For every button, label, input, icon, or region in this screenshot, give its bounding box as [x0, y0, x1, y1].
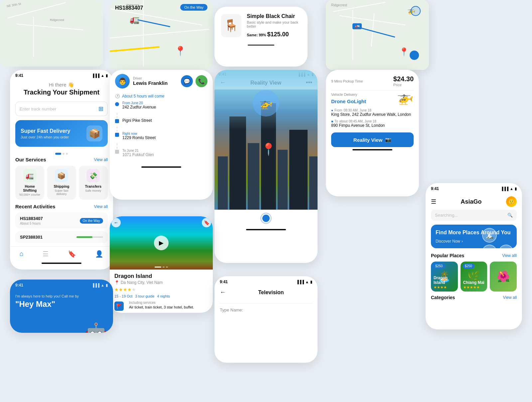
signal-icon: ▐▐▐	[92, 74, 99, 78]
island-screen: ← 🔖 ▶ Dragon Island 📍 Da Nang City, Viet…	[110, 216, 213, 313]
route-addr-from: 242 Zudfur Avenue	[122, 105, 156, 109]
building-3	[248, 143, 259, 210]
nav-home-icon[interactable]: ⌂	[20, 250, 24, 258]
tv-icons: ▐▐▐ ▲ ▮	[296, 280, 312, 284]
categories-view-all[interactable]: View all	[503, 295, 517, 300]
reality-screen: 9:41 ▐▐▐ ▲ ▮ ← Reality View •••	[214, 70, 318, 263]
activity-hs[interactable]: HS1883407 About 5 hours On the Way	[15, 213, 108, 229]
nav-profile-icon[interactable]: 👤	[95, 250, 103, 258]
route-now-label: Right now	[122, 132, 156, 135]
home-shifting-icon: 🚛	[23, 169, 37, 182]
activity-sp[interactable]: SP2388301	[15, 231, 108, 243]
services-section: Our Services View all 🚛 Home Shifting 50…	[10, 157, 113, 200]
dot-active	[55, 153, 61, 155]
dragon-price: $250	[433, 264, 445, 269]
reality-view-btn[interactable]: Reality View 📷	[331, 132, 414, 147]
map-street-label: Ridgecrest	[126, 3, 139, 6]
chiang-mai-name: Chiang Mai	[463, 280, 484, 285]
delivery-screen: 9 Mins Pickup Time $24.30 Price Vehicle …	[326, 70, 419, 196]
product-screen: 🪑 Simple Black Chair Basic style and mak…	[214, 7, 308, 67]
user-avatar[interactable]: 🙂	[506, 196, 517, 207]
recent-view-all[interactable]: View all	[94, 204, 108, 209]
place-dragon-island[interactable]: 🏝️ $250 Dragon Island ★★★★	[431, 262, 458, 292]
route-line	[356, 26, 395, 38]
hey-max-screen: 9:41 ▐▐▐ ▲ ▮ I'm always here to help you…	[10, 280, 113, 333]
tag-guide: 3 tour guide	[135, 294, 154, 298]
place-chiang-mai[interactable]: 🌿 $250 Chiang Mai ★★★★★	[461, 262, 487, 292]
tv-back-btn[interactable]: ←	[220, 289, 226, 296]
services-view-all[interactable]: View all	[94, 157, 108, 162]
arrow-icon: ›	[462, 239, 463, 244]
track-search-bar[interactable]: Enter track number ⊞	[15, 101, 108, 116]
tv-signal: ▐▐▐	[296, 280, 304, 284]
product-name: Simple Black Chair	[247, 13, 301, 19]
tracking-screen: 9:41 ▐▐▐ ▲ ▮ Hi there 👋 Tracking Your Sh…	[10, 70, 113, 270]
reality-bottom	[214, 210, 318, 227]
activity-time-1: About 5 hours	[20, 222, 43, 225]
qr-icon: ⊞	[98, 105, 103, 112]
product-indicator	[248, 45, 274, 46]
route-dashed-3	[117, 143, 207, 149]
route-dot-to	[115, 150, 119, 154]
route-dashed-2	[117, 126, 207, 132]
tv-type-label: Type Name:	[220, 307, 312, 312]
bubble-row: 🏝️ 🌆	[482, 245, 513, 248]
driver-label: Driver	[133, 77, 168, 80]
categories-header: Categories View all	[426, 292, 522, 300]
including-label: Including services	[129, 301, 194, 304]
island-bookmark-btn[interactable]: 🔖	[202, 218, 211, 227]
island-info: Dragon Island 📍 Da Nang City, Viet Nam ★…	[110, 270, 213, 313]
reality-dot	[261, 214, 271, 223]
drone-image: 🚁	[397, 90, 414, 105]
greeting-text: Hi there 👋	[10, 82, 113, 88]
delivery-top-row: 9 Mins Pickup Time $24.30 Price	[331, 75, 414, 87]
services-title: Our Services	[15, 157, 46, 162]
popular-view-all[interactable]: View alll	[502, 253, 517, 258]
map-label-1: NE 30th St	[6, 2, 21, 8]
delivery-home-indicator	[352, 149, 392, 150]
hey-wifi: ▲	[101, 283, 104, 287]
dragon-name: Dragon Island	[434, 276, 458, 285]
chiang-mai-price: $250	[463, 264, 474, 269]
shipping-icon: 📦	[55, 169, 68, 182]
onway-badge: On the Way	[80, 218, 103, 224]
popular-title: Popular Places	[431, 253, 464, 258]
asiago-header: ☰ AsiaGo 🙂	[426, 192, 522, 210]
popular-section: Popular Places View alll 🏝️ $250 Dragon …	[426, 253, 522, 292]
service-home-shifting[interactable]: 🚛 Home Shifting 50,000+ courier	[15, 166, 44, 200]
drone-container: 🚁	[253, 90, 279, 116]
service-transfers[interactable]: 💸 Transfers Safe money	[79, 166, 108, 200]
tv-wifi: ▲	[305, 280, 309, 284]
person-pin: 👤	[410, 51, 419, 60]
find-bubbles: 🏔️ 🏝️ 🌆	[482, 228, 513, 248]
driver-name: Lewis Franklin	[133, 80, 168, 86]
service-shipping[interactable]: 📦 Shipping Super fast delivery	[47, 166, 76, 200]
play-button[interactable]: ▶	[154, 236, 169, 250]
find-banner[interactable]: Find More Places Around You Discover Now…	[431, 225, 517, 248]
tag-nights: 4 nights	[157, 294, 170, 298]
nav-list-icon[interactable]: ☰	[43, 250, 49, 258]
destination-pin: 📍	[399, 47, 409, 57]
asiago-status-bar: 9:41 ▐▐▐ ▲ ▮	[426, 183, 522, 192]
call-btn[interactable]: 📞	[196, 75, 207, 87]
nav-bookmark-icon[interactable]: 🔖	[68, 250, 76, 258]
activity-id-1: HS1883407	[20, 216, 43, 221]
page-title[interactable]: Tracking Your Shipment	[10, 89, 113, 96]
driver-home-indicator	[141, 166, 181, 168]
activity-id-2: SP2388301	[20, 235, 43, 240]
banner-dots	[10, 151, 113, 157]
tv-content: Type Name:	[214, 299, 318, 316]
back-icon[interactable]: ←	[111, 218, 121, 227]
categories-label: Categories	[431, 295, 455, 300]
promo-banner[interactable]: Super Fast Delivery Just over 24h when y…	[15, 120, 108, 147]
place-third[interactable]: 🌺	[490, 262, 517, 292]
island-back-btn[interactable]: ←	[111, 218, 121, 227]
menu-icon[interactable]: ☰	[431, 198, 436, 205]
bubble-1: 🏔️	[482, 228, 497, 243]
services-grid: 🚛 Home Shifting 50,000+ courier 📦 Shippi…	[15, 166, 108, 200]
route-line-map	[138, 19, 170, 27]
to-label: ■ To about 08:45 AM, June 18	[331, 119, 414, 123]
bookmark-icon[interactable]: 🔖	[202, 218, 211, 227]
asiago-search[interactable]: Searching... 🔍	[431, 210, 517, 221]
message-btn[interactable]: 💬	[181, 75, 193, 87]
